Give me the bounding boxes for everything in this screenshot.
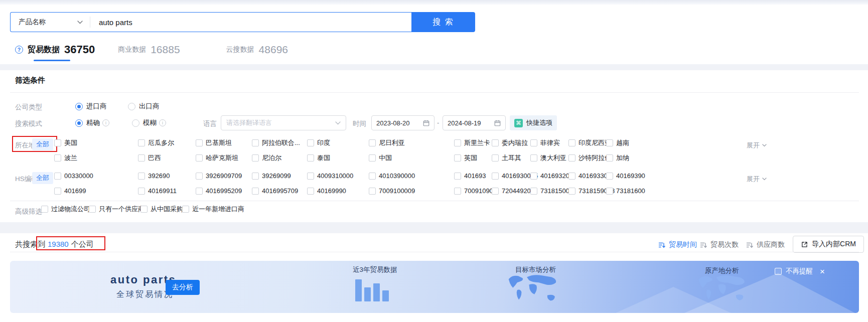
checkbox-icon[interactable] [307, 139, 314, 146]
hs-expand-link[interactable]: 展开 [747, 175, 767, 184]
radio-unselected-icon[interactable] [132, 119, 139, 127]
info-icon[interactable]: i [102, 119, 109, 126]
checkbox-icon[interactable] [530, 154, 537, 162]
region-checkbox[interactable]: 英国 [454, 153, 477, 163]
hs-code-checkbox[interactable]: 7009100009 [369, 187, 415, 195]
checkbox-icon[interactable] [196, 188, 203, 195]
advanced-checkbox[interactable]: 只有一个供应商 [89, 205, 144, 214]
checkbox-icon[interactable] [492, 154, 499, 162]
checkbox-icon[interactable] [196, 139, 203, 146]
region-checkbox[interactable]: 土耳其 [492, 153, 521, 163]
checkbox-icon[interactable] [138, 173, 145, 180]
advanced-checkbox[interactable]: 近一年新增进口商 [182, 205, 244, 214]
checkbox-icon[interactable] [369, 154, 376, 162]
region-checkbox[interactable]: 委内瑞拉 [492, 138, 528, 147]
checkbox-icon[interactable] [369, 173, 376, 180]
checkbox-icon[interactable] [530, 188, 537, 195]
region-checkbox[interactable]: 菲律宾 [530, 138, 560, 147]
radio-exporter[interactable]: 出口商 [128, 102, 160, 111]
checkbox-icon[interactable] [369, 139, 376, 146]
checkbox-icon[interactable] [252, 173, 259, 180]
checkbox-icon[interactable] [454, 139, 461, 146]
checkbox-icon[interactable] [530, 173, 537, 180]
checkbox-icon[interactable] [530, 139, 537, 146]
sort-trade-count[interactable]: 贸易次数 [700, 240, 739, 249]
region-checkbox[interactable]: 沙特阿拉伯 [568, 153, 611, 163]
checkbox-icon[interactable] [54, 173, 61, 180]
hs-code-checkbox[interactable]: 40169330 [568, 172, 608, 180]
advanced-checkbox[interactable]: 从中国采购 [140, 205, 183, 214]
hs-code-checkbox[interactable]: 40169320 [530, 172, 569, 180]
region-checkbox[interactable]: 澳大利亚 [530, 153, 566, 163]
hs-code-checkbox[interactable]: 4016995709 [252, 187, 298, 195]
radio-selected-icon[interactable] [75, 103, 83, 110]
checkbox-icon[interactable] [54, 139, 61, 146]
checkbox-icon[interactable] [568, 188, 575, 195]
checkbox-icon[interactable] [54, 154, 61, 162]
hs-code-checkbox[interactable]: 4016995209 [196, 187, 242, 195]
checkbox-icon[interactable] [252, 154, 259, 162]
radio-fuzzy[interactable]: 模糊 i [132, 118, 166, 127]
checkbox-icon[interactable] [138, 154, 145, 162]
hs-code-checkbox[interactable]: 00330000 [54, 172, 93, 180]
checkbox-icon[interactable] [41, 206, 48, 213]
checkbox-icon[interactable] [182, 206, 189, 213]
region-checkbox[interactable]: 泰国 [307, 153, 330, 163]
checkbox-icon[interactable] [492, 139, 499, 146]
hs-code-checkbox[interactable]: 72044920 [492, 187, 531, 195]
checkbox-icon[interactable] [492, 188, 499, 195]
hs-code-checkbox[interactable]: 40169911 [138, 187, 177, 195]
hs-code-checkbox[interactable]: 40169390 [606, 172, 645, 180]
checkbox-icon[interactable] [369, 188, 376, 195]
question-circle-icon[interactable]: ? [15, 46, 23, 54]
region-checkbox[interactable]: 印度尼西亚 [568, 138, 611, 147]
region-checkbox[interactable]: 尼泊尔 [252, 153, 281, 163]
tab-business-data[interactable]: 商业数据 16885 [118, 44, 180, 56]
hs-code-checkbox[interactable]: 70091090 [454, 187, 493, 195]
region-checkbox[interactable]: 加纳 [606, 153, 629, 163]
search-input[interactable] [90, 18, 371, 27]
checkbox-icon[interactable] [606, 188, 613, 195]
hs-code-checkbox[interactable]: 3926909709 [196, 172, 242, 180]
analyze-button[interactable]: 去分析 [166, 280, 200, 295]
hs-code-checkbox[interactable]: 73181600 [606, 187, 645, 195]
checkbox-icon[interactable] [307, 154, 314, 162]
checkbox-icon[interactable] [606, 154, 613, 162]
checkbox-icon[interactable] [492, 173, 499, 180]
hs-code-checkbox[interactable]: 39269099 [252, 172, 291, 180]
radio-importer[interactable]: 进口商 [75, 102, 107, 111]
sort-trade-time[interactable]: 贸易时间 [658, 240, 697, 249]
checkbox-icon[interactable] [252, 139, 259, 146]
info-icon[interactable]: i [159, 119, 166, 126]
checkbox-icon[interactable] [454, 173, 461, 180]
region-expand-link[interactable]: 展开 [747, 141, 767, 150]
radio-exact[interactable]: 精确 i [75, 118, 109, 127]
checkbox-icon[interactable] [606, 139, 613, 146]
region-checkbox[interactable]: 巴基斯坦 [196, 138, 232, 147]
hs-code-checkbox[interactable]: 4010390000 [369, 172, 415, 180]
hs-code-checkbox[interactable]: 73181500 [530, 187, 569, 195]
region-checkbox[interactable]: 哈萨克斯坦 [196, 153, 238, 163]
region-checkbox[interactable]: 中国 [369, 153, 392, 163]
checkbox-icon[interactable] [138, 188, 145, 195]
hs-code-checkbox[interactable]: 4009310000 [307, 172, 353, 180]
tab-cloud-data[interactable]: 云搜数据 48696 [226, 44, 288, 56]
region-checkbox[interactable]: 厄瓜多尔 [138, 138, 174, 147]
region-checkbox[interactable]: 尼日利亚 [369, 138, 405, 147]
region-checkbox[interactable]: 阿拉伯联合... [252, 138, 300, 147]
region-checkbox[interactable]: 越南 [606, 138, 629, 147]
checkbox-icon[interactable] [140, 206, 148, 213]
checkbox-icon[interactable] [54, 188, 61, 195]
advanced-checkbox[interactable]: 过滤物流公司 [41, 205, 90, 214]
region-checkbox[interactable]: 波兰 [54, 153, 77, 163]
language-select[interactable]: 请选择翻译语言 [221, 115, 346, 130]
hs-code-checkbox[interactable]: 392690 [138, 172, 170, 180]
checkbox-icon[interactable] [568, 173, 575, 180]
start-date-picker[interactable]: 2023-08-20 [371, 115, 435, 130]
checkbox-icon[interactable] [307, 173, 314, 180]
search-button[interactable]: 搜 索 [411, 12, 475, 32]
end-date-picker[interactable]: 2024-08-19 [443, 115, 506, 130]
close-icon[interactable]: × [820, 267, 825, 276]
hs-code-checkbox[interactable]: 401693 [454, 172, 486, 180]
search-category-select[interactable]: 产品名称 [11, 18, 90, 27]
